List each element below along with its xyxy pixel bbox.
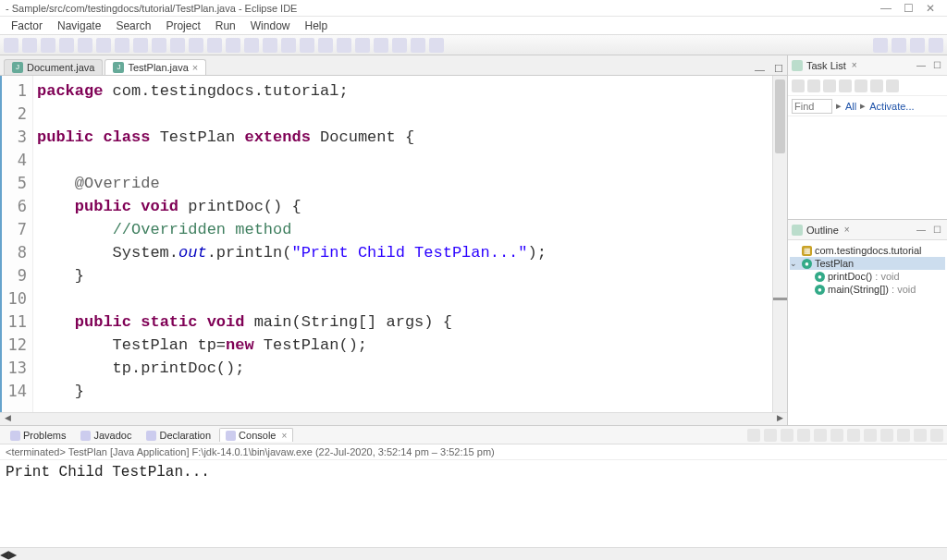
console-scrollbar[interactable]: ◀ ▶ [0, 547, 947, 560]
menu-factor[interactable]: Factor [4, 19, 50, 32]
maximize-view-icon[interactable]: ☐ [931, 225, 943, 235]
toolbar-button[interactable] [189, 38, 203, 53]
search-icon[interactable] [873, 38, 888, 53]
menu-run[interactable]: Run [208, 19, 243, 32]
horizontal-scrollbar[interactable]: ◀ ▶ [0, 412, 787, 425]
console-output[interactable]: Print Child TestPlan... [0, 460, 947, 547]
console-toolbar-button[interactable] [814, 429, 827, 442]
outline-view: Outline × — ☐ ▦com.testingdocs.tutorial⌄… [788, 220, 947, 425]
task-toolbar-button[interactable] [855, 79, 867, 92]
menu-help[interactable]: Help [297, 19, 335, 32]
close-icon[interactable]: × [850, 60, 859, 70]
console-toolbar-button[interactable] [830, 429, 843, 442]
toolbar-button[interactable] [244, 38, 259, 53]
console-toolbar-button[interactable] [864, 429, 877, 442]
toolbar-button[interactable] [300, 38, 314, 53]
console-toolbar-button[interactable] [747, 429, 760, 442]
toolbar-button[interactable] [207, 38, 222, 53]
bottom-area: Problems Javadoc Declaration Console× <t… [0, 425, 947, 560]
toolbar-button[interactable] [22, 38, 37, 53]
minimize-view-icon[interactable] [914, 429, 927, 442]
activate-link[interactable]: Activate... [869, 101, 914, 112]
console-toolbar-button[interactable] [781, 429, 793, 442]
task-toolbar-button[interactable] [792, 79, 805, 92]
outline-item[interactable]: ●printDoc() : void [803, 270, 945, 283]
view-title: Outline [806, 225, 839, 236]
code-editor[interactable]: 1234567891011121314 package com.testingd… [0, 76, 787, 412]
outline-item[interactable]: ▦com.testingdocs.tutorial [790, 244, 945, 257]
toolbar-button[interactable] [41, 38, 55, 53]
find-input[interactable] [792, 99, 832, 114]
tab-javadoc[interactable]: Javadoc [74, 428, 138, 442]
perspective-button[interactable] [929, 38, 943, 53]
editor-tab-testplan[interactable]: J TestPlan.java × [105, 59, 206, 75]
toolbar-button[interactable] [374, 38, 388, 53]
close-icon[interactable]: × [281, 431, 287, 441]
perspective-button[interactable] [892, 38, 906, 53]
task-toolbar-button[interactable] [886, 79, 899, 92]
menu-window[interactable]: Window [243, 19, 298, 32]
editor-tab-document[interactable]: J Document.java [4, 59, 103, 75]
scroll-left-icon[interactable]: ◀ [0, 548, 8, 560]
toolbar-button[interactable] [96, 38, 111, 53]
console-toolbar-button[interactable] [764, 429, 777, 442]
toolbar-button[interactable] [392, 38, 407, 53]
scroll-right-icon[interactable]: ▶ [772, 413, 787, 425]
toolbar-button[interactable] [59, 38, 74, 53]
task-body [788, 116, 947, 219]
close-button[interactable]: ✕ [919, 2, 941, 15]
menu-search[interactable]: Search [108, 19, 158, 32]
all-link[interactable]: All [845, 101, 856, 112]
outline-item[interactable]: ●main(String[]) : void [803, 283, 945, 296]
toolbar-button[interactable] [170, 38, 185, 53]
minimize-view-icon[interactable]: — [751, 64, 769, 75]
perspective-button[interactable] [910, 38, 925, 53]
scrollbar-thumb[interactable] [775, 79, 785, 153]
toolbar-button[interactable] [318, 38, 333, 53]
toolbar-button[interactable] [429, 38, 444, 53]
toolbar-button[interactable] [152, 38, 166, 53]
task-toolbar-button[interactable] [823, 79, 836, 92]
minimize-view-icon[interactable]: — [915, 60, 928, 70]
close-icon[interactable]: × [192, 62, 198, 73]
maximize-view-icon[interactable]: ☐ [770, 63, 787, 75]
maximize-button[interactable]: ☐ [897, 2, 919, 15]
tab-declaration[interactable]: Declaration [140, 428, 217, 442]
task-find-bar: ▸ All ▸ Activate... [788, 96, 947, 116]
outline-item[interactable]: ⌄●TestPlan [790, 257, 945, 270]
scroll-right-icon[interactable]: ▶ [8, 548, 17, 560]
vertical-scrollbar[interactable] [772, 76, 787, 412]
toolbar-button[interactable] [115, 38, 129, 53]
toolbar-button[interactable] [337, 38, 351, 53]
maximize-view-icon[interactable]: ☐ [931, 60, 943, 70]
console-toolbar-button[interactable] [897, 429, 910, 442]
tab-console[interactable]: Console× [219, 428, 293, 442]
toolbar-button[interactable] [355, 38, 370, 53]
task-toolbar [788, 76, 947, 96]
console-toolbar-button[interactable] [797, 429, 810, 442]
task-toolbar-button[interactable] [807, 79, 820, 92]
toolbar-button[interactable] [411, 38, 425, 53]
toolbar-button[interactable] [281, 38, 296, 53]
tab-label: Document.java [27, 62, 94, 73]
menu-navigate[interactable]: Navigate [50, 19, 108, 32]
task-list-view: Task List × — ☐ ▸ All ▸ Activate... [788, 55, 947, 220]
code-content[interactable]: package com.testingdocs.tutorial; public… [33, 76, 772, 412]
maximize-view-icon[interactable] [930, 429, 943, 442]
toolbar-button[interactable] [78, 38, 92, 53]
scroll-left-icon[interactable]: ◀ [0, 413, 15, 425]
close-icon[interactable]: × [842, 225, 852, 235]
minimize-button[interactable]: — [875, 2, 897, 15]
task-toolbar-button[interactable] [870, 79, 883, 92]
minimize-view-icon[interactable]: — [915, 225, 928, 235]
toolbar-button[interactable] [4, 38, 18, 53]
toolbar-button[interactable] [226, 38, 240, 53]
task-toolbar-button[interactable] [839, 79, 852, 92]
toolbar-button[interactable] [263, 38, 277, 53]
menu-project[interactable]: Project [158, 19, 207, 32]
toolbar-button[interactable] [133, 38, 148, 53]
outline-tree[interactable]: ▦com.testingdocs.tutorial⌄●TestPlan●prin… [788, 240, 947, 425]
tab-problems[interactable]: Problems [4, 428, 72, 442]
console-toolbar-button[interactable] [847, 429, 860, 442]
console-toolbar-button[interactable] [880, 429, 893, 442]
